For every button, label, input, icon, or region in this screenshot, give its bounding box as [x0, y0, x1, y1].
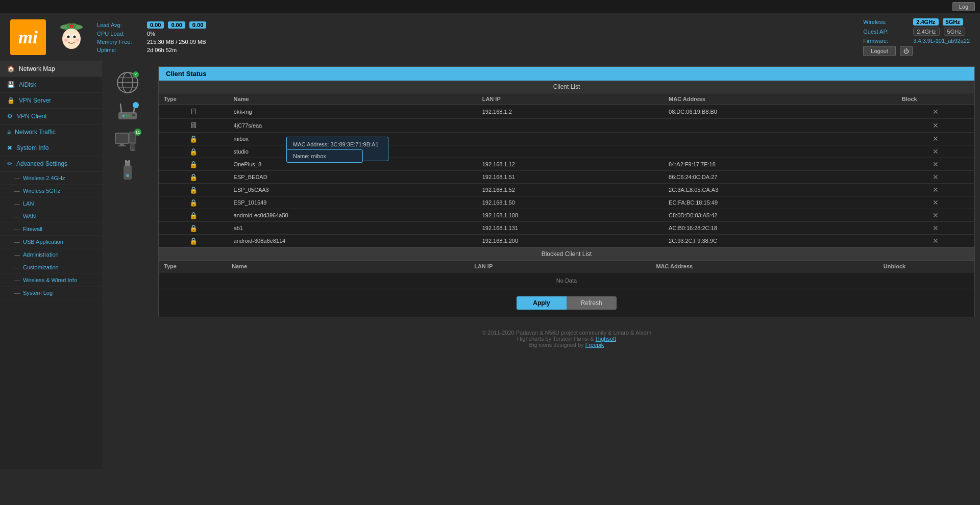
top-bar: Log [0, 0, 980, 13]
bigicons-link[interactable]: Freepik [585, 342, 604, 348]
sidebar-sub-wireless-24[interactable]: — Wireless 2.4GHz [0, 172, 102, 185]
blocked-table-body: No Data [159, 272, 974, 289]
row-block-cell: ✕ [897, 222, 974, 235]
sidebar-sub-usb-application[interactable]: — USB Application [0, 236, 102, 248]
sidebar-sub-lan[interactable]: — LAN [0, 197, 102, 210]
row-ip-cell: 192.168.1.12 [477, 158, 664, 171]
lock-icon: 🔒 [189, 199, 198, 207]
block-button[interactable]: ✕ [933, 121, 939, 130]
sidebar-sub-wan[interactable]: — WAN [0, 210, 102, 223]
highcharts-text: Highcharts by Torstein Hønsi & [517, 336, 594, 342]
highcharts-link[interactable]: Highsoft [596, 336, 616, 342]
mascot [56, 19, 87, 55]
svg-point-28 [132, 149, 134, 151]
row-type-cell: 🔒 [159, 158, 229, 171]
firmware-row: Firmware: 3.4.3.9L-101_ab92a22 [863, 38, 970, 44]
usb-device-icon [118, 159, 137, 185]
row-type-cell: 🔒 [159, 222, 229, 235]
col-header-block: Block [897, 93, 974, 105]
sidebar-item-advanced-settings[interactable]: ✏ Advanced Settings [0, 156, 102, 172]
panel-title: Client Status [159, 67, 974, 81]
log-button[interactable]: Log [952, 2, 975, 11]
logout-button[interactable]: Logout [863, 46, 896, 56]
row-type-cell: 🔒 [159, 209, 229, 222]
system-info: Load Avg: 0.00 0.00 0.00 CPU Load: 0% Me… [97, 21, 832, 53]
client-status-panel: Client Status Client List Type Name LAN … [158, 66, 975, 317]
uptime-value: 2d 06h 52m [147, 47, 177, 53]
row-type-cell: 🔒 [159, 133, 229, 145]
usb-svg [118, 159, 137, 185]
sidebar-item-system-info[interactable]: ✖ System Info [0, 140, 102, 156]
block-button[interactable]: ✕ [933, 108, 939, 116]
table-row: 🖥4jC77s/eaa✕ [159, 119, 974, 133]
refresh-button[interactable]: Refresh [567, 296, 617, 310]
row-type-cell: 🔒 [159, 184, 229, 196]
sidebar-label-vpn-server: VPN Server [19, 97, 51, 104]
guest-ap-5g-badge: 5GHz [944, 28, 965, 36]
guest-ap-row: Guest AP: 2.4GHz 5GHz [863, 28, 970, 36]
block-button[interactable]: ✕ [933, 173, 939, 181]
svg-point-19 [126, 115, 128, 117]
sidebar-sub-firewall[interactable]: — Firewall [0, 223, 102, 236]
sidebar-sub-system-log[interactable]: — System Log [0, 287, 102, 299]
sidebar-item-network-traffic[interactable]: ≡ Network Traffic [0, 124, 102, 140]
dash-icon-2: — [14, 200, 20, 207]
sidebar-sub-customization[interactable]: — Customization [0, 261, 102, 274]
dash-icon-0: — [14, 175, 20, 181]
uptime-row: Uptime: 2d 06h 52m [97, 47, 832, 53]
power-button[interactable]: ⏻ [900, 46, 913, 56]
lock-icon: 🔒 [189, 237, 198, 245]
sidebar-item-vpn-server[interactable]: 🔒 VPN Server [0, 93, 102, 109]
col-header-mac: MAC Address [664, 93, 897, 105]
sidebar-label-advanced-settings: Advanced Settings [16, 160, 67, 167]
block-button[interactable]: ✕ [933, 211, 939, 219]
sidebar-label-network-traffic: Network Traffic [15, 129, 56, 136]
wifi-device-icon [116, 102, 139, 121]
sidebar-sub-wireless-wired-info[interactable]: — Wireless & Wired Info [0, 274, 102, 287]
dash-icon-9: — [14, 290, 20, 296]
dash-icon-3: — [14, 213, 20, 219]
block-button[interactable]: ✕ [933, 186, 939, 194]
block-button[interactable]: ✕ [933, 135, 939, 143]
row-ip-cell: 192.168.1.51 [477, 171, 664, 184]
blocked-col-header-ip: LAN IP [469, 261, 651, 272]
block-button[interactable]: ✕ [933, 198, 939, 207]
row-mac-cell [664, 133, 897, 145]
lock-icon: 🔒 [189, 148, 198, 156]
firmware-value: 3.4.3.9L-101_ab92a22 [913, 38, 970, 44]
row-mac-cell [664, 145, 897, 158]
row-type-cell: 🖥 [159, 105, 229, 119]
content-area: Client Status Client List Type Name LAN … [153, 61, 980, 469]
sidebar-sub-administration[interactable]: — Administration [0, 248, 102, 261]
block-button[interactable]: ✕ [933, 147, 939, 156]
block-button[interactable]: ✕ [933, 160, 939, 168]
guest-ap-2g-badge: 2.4GHz [913, 28, 939, 36]
dash-icon-7: — [14, 264, 20, 270]
load-avg-row: Load Avg: 0.00 0.00 0.00 [97, 21, 832, 29]
table-row: 🔒ESP_101549192.168.1.50EC:FA:BC:18:15:49… [159, 196, 974, 209]
sidebar-sub-wireless-5[interactable]: — Wireless 5GHz [0, 185, 102, 197]
dash-icon-8: — [14, 277, 20, 283]
block-button[interactable]: ✕ [933, 224, 939, 232]
row-name-cell: android-308a6e8114 [229, 235, 477, 247]
disk-icon: 💾 [7, 81, 15, 88]
middle-panel: ✓ [102, 61, 153, 469]
svg-rect-23 [116, 134, 128, 143]
block-button[interactable]: ✕ [933, 237, 939, 245]
row-block-cell: ✕ [897, 145, 974, 158]
sidebar-item-vpn-client[interactable]: ⚙ VPN Client [0, 109, 102, 124]
sidebar-item-aidisk[interactable]: 💾 AiDisk [0, 77, 102, 93]
bottom-buttons: Apply Refresh [159, 289, 974, 317]
dash-icon-6: — [14, 251, 20, 258]
table-row: 🔒android-ec0d3964a50192.168.1.108C8:0D:D… [159, 209, 974, 222]
row-type-cell: 🔒 [159, 235, 229, 247]
row-mac-cell: EC:FA:BC:18:15:49 [664, 196, 897, 209]
logo: mi [10, 19, 46, 55]
row-ip-cell: 192.168.1.52 [477, 184, 664, 196]
row-block-cell: ✕ [897, 235, 974, 247]
apply-button[interactable]: Apply [517, 296, 566, 310]
monitor-icon: 🖥 [189, 121, 198, 130]
sidebar-item-network-map[interactable]: 🏠 Network Map [0, 61, 102, 77]
row-block-cell: ✕ [897, 209, 974, 222]
load-avg-label: Load Avg: [97, 22, 143, 28]
